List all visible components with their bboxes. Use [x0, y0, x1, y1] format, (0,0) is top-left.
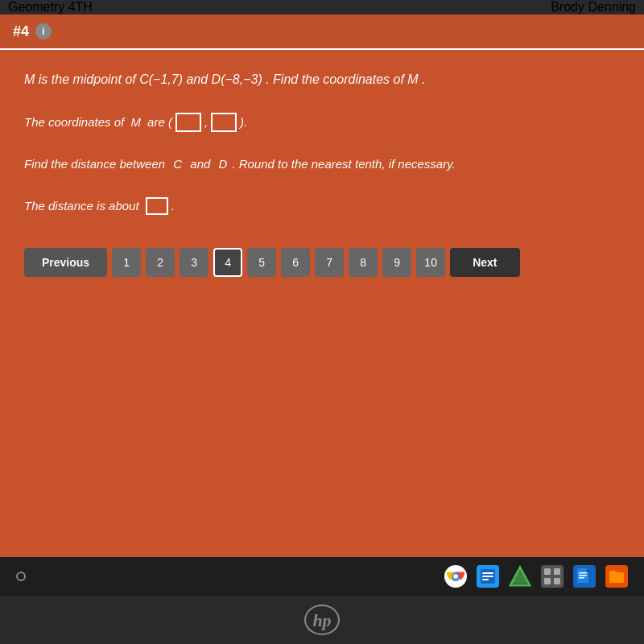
page-6[interactable]: 6 [281, 248, 310, 277]
svg-rect-7 [482, 579, 489, 580]
svg-rect-13 [554, 578, 560, 584]
distance-problem: Find the distance between C and D . Roun… [24, 155, 620, 174]
header-bar: #4 i [0, 14, 644, 48]
problem-period: . [422, 72, 425, 86]
page-4[interactable]: 4 [213, 248, 242, 277]
svg-rect-6 [482, 576, 493, 577]
distance-C: C [173, 155, 182, 174]
distance-input[interactable] [146, 197, 168, 215]
problem-statement: M is the midpoint of C(−1,7) and D(−8,−3… [24, 69, 620, 90]
coord-x-input[interactable] [175, 113, 201, 132]
problem-find-M: M [407, 72, 418, 86]
page-3[interactable]: 3 [180, 248, 208, 277]
page-7[interactable]: 7 [315, 248, 344, 277]
svg-marker-18 [587, 568, 590, 572]
taskbar [0, 557, 644, 596]
question-badge: #4 i [13, 23, 52, 40]
chrome-icon[interactable] [444, 565, 467, 588]
screen: #4 i M is the midpoint of C(−1,7) and D(… [0, 14, 644, 596]
svg-rect-12 [544, 578, 551, 584]
hp-text: hp [304, 605, 340, 635]
docs-icon[interactable] [573, 565, 596, 588]
hp-logo: hp [302, 604, 342, 636]
pagination: Previous 1 2 3 4 5 6 7 8 9 10 Next [24, 248, 620, 290]
distance-D: D [219, 155, 228, 174]
problem-is-midpoint: is the midpoint of [39, 72, 139, 86]
coords-M: M [130, 113, 141, 132]
problem-coords2: (−8,−3) [221, 72, 262, 86]
page-10[interactable]: 10 [416, 248, 445, 277]
files-icon[interactable] [477, 565, 499, 588]
monitor-bottom: hp [0, 596, 644, 644]
problem-and: and [186, 72, 211, 86]
coord-y-input[interactable] [211, 113, 237, 132]
distance-label2: . Round to the nearest tenth, if necessa… [232, 155, 455, 174]
coords-label1: The coordinates of [24, 113, 127, 132]
svg-rect-5 [482, 572, 493, 574]
coords-label3: ). [240, 113, 247, 132]
info-icon[interactable]: i [35, 23, 52, 39]
svg-rect-17 [579, 577, 584, 579]
svg-rect-15 [579, 572, 587, 574]
svg-point-3 [453, 574, 458, 579]
top-left-label: Geometry 4TH [8, 0, 93, 14]
grid-icon[interactable] [541, 565, 564, 588]
taskbar-left [16, 572, 26, 581]
taskbar-icons [444, 565, 628, 588]
problem-C: C [139, 72, 149, 86]
page-8[interactable]: 8 [349, 248, 378, 277]
drive-icon[interactable] [509, 565, 531, 588]
problem-coords1: (−1,7) [149, 72, 183, 86]
coords-label2: are ( [144, 113, 172, 132]
distance-answer-row: The distance is about . [24, 196, 620, 216]
distance-about-label: The distance is about [24, 196, 142, 216]
monitor-top-bar: Geometry 4TH Brody Denning [0, 0, 644, 14]
svg-marker-9 [511, 569, 529, 584]
distance-and: and [187, 155, 213, 174]
svg-rect-10 [544, 568, 551, 575]
question-number: #4 [13, 23, 29, 40]
previous-button[interactable]: Previous [24, 248, 107, 277]
page-2[interactable]: 2 [146, 248, 175, 277]
problem-M: M [24, 72, 35, 86]
page-5[interactable]: 5 [247, 248, 276, 277]
page-1[interactable]: 1 [112, 248, 141, 277]
folder-icon[interactable] [605, 565, 628, 588]
problem-find: . Find the coordinates of [266, 72, 407, 86]
coordinates-answer-row: The coordinates of M are ( , ). [24, 113, 620, 132]
taskbar-circle[interactable] [16, 572, 26, 581]
content-area: M is the midpoint of C(−1,7) and D(−8,−3… [0, 50, 644, 557]
page-9[interactable]: 9 [382, 248, 411, 277]
next-button[interactable]: Next [450, 248, 519, 277]
distance-period: . [171, 196, 175, 216]
distance-label1: Find the distance between [24, 155, 168, 174]
top-right-label: Brody Denning [551, 0, 636, 14]
svg-rect-16 [579, 575, 587, 576]
svg-rect-11 [554, 568, 560, 575]
problem-D: D [212, 72, 221, 86]
coords-comma: , [204, 113, 208, 132]
